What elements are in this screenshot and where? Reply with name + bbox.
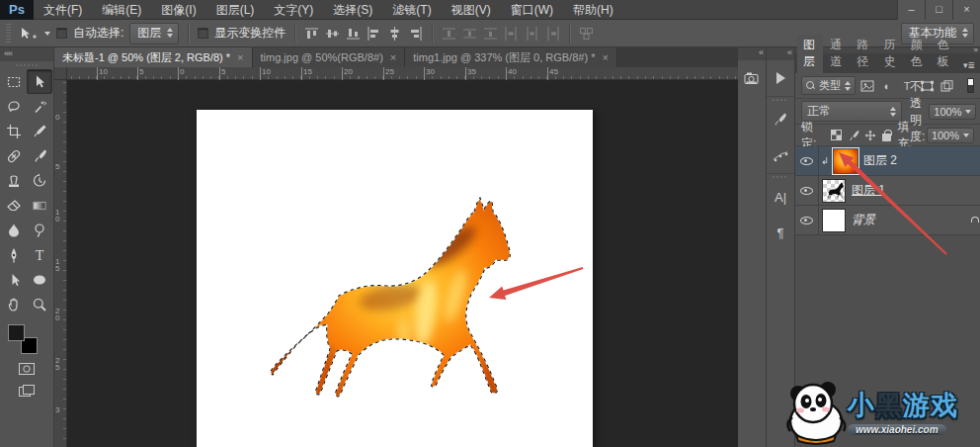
tab-layers[interactable]: 图层 [797,35,823,73]
layer1-thumbnail[interactable] [822,179,846,203]
menu-window[interactable]: 窗口(W) [501,0,563,20]
tool-ellipse-shape[interactable] [27,267,52,292]
menu-edit[interactable]: 编辑(E) [92,0,151,20]
strip-collapse-icon[interactable]: « [738,47,766,60]
tab-close-icon[interactable]: × [602,51,608,63]
distribute-right-icon[interactable] [545,27,560,41]
tool-zoom[interactable] [27,292,52,316]
tool-type[interactable]: T [27,242,52,267]
horizontal-ruler[interactable]: 10 5 0 5 10 15 20 25 30 35 40 45 [67,67,738,80]
screen-mode-icon[interactable] [18,384,36,398]
lock-transparent-pixels-icon[interactable] [830,129,843,141]
layer-row-layer1[interactable]: 图层 1 [795,176,980,206]
tool-spot-healing-brush[interactable] [1,143,27,168]
move-tool-icon[interactable] [17,26,39,42]
align-left-edges-icon[interactable] [367,27,381,41]
eye-icon[interactable] [800,187,813,195]
canvas-pasteboard[interactable]: 10 5 0 5 10 15 20 25 30 35 40 45 0 5 10 [54,67,738,447]
align-right-edges-icon[interactable] [408,27,423,41]
layer-name[interactable]: 图层 1 [852,182,885,199]
tool-blur[interactable] [1,218,27,242]
tool-hand[interactable] [1,292,27,316]
filter-adjustment-layers-icon[interactable]: ◐ [879,78,895,93]
menu-help[interactable]: 帮助(H) [563,0,623,20]
tool-eraser[interactable] [1,193,27,218]
auto-select-checkbox[interactable] [56,28,67,39]
fill-dropdown[interactable]: 100% [927,128,974,143]
tool-pen[interactable] [1,242,27,267]
layer2-thumbnail[interactable] [834,149,858,173]
tool-brush[interactable] [27,143,52,168]
tab-color[interactable]: 颜色 [905,35,931,73]
visibility-cell[interactable] [795,146,819,175]
paragraph-panel-icon[interactable]: ¶ [769,221,792,244]
menu-file[interactable]: 文件(F) [34,0,92,20]
tab-swatches[interactable]: 色板 [932,35,957,73]
filter-toggle-switch[interactable] [967,78,974,93]
menu-filter[interactable]: 滤镜(T) [382,0,441,20]
eye-icon[interactable] [800,157,813,165]
lock-image-pixels-icon[interactable] [847,129,859,141]
menu-layer[interactable]: 图层(L) [206,0,265,20]
distribute-top-icon[interactable] [442,27,456,41]
lock-all-icon[interactable] [880,129,893,141]
document-tab-timg1[interactable]: timg1.jpg @ 337% (图层 0, RGB/8#) * × [405,47,617,67]
distribute-vcenter-icon[interactable] [462,27,477,41]
strip-collapse-icon[interactable]: « [767,47,794,60]
tool-dodge[interactable] [27,218,52,242]
tool-magic-wand[interactable] [27,94,52,119]
distribute-left-icon[interactable] [504,27,519,41]
show-transform-checkbox[interactable] [198,28,208,39]
panel-menu-icon[interactable]: ▾≣ [958,60,980,73]
tool-history-brush[interactable] [27,168,52,193]
tab-channels[interactable]: 通道 [824,35,850,73]
actions-panel-icon[interactable] [769,66,792,90]
menu-type[interactable]: 文字(Y) [264,0,323,20]
visibility-cell[interactable] [795,206,819,234]
character-panel-icon[interactable]: A| [769,185,792,209]
tool-preset-caret[interactable] [44,32,50,36]
align-bottom-edges-icon[interactable] [346,27,361,41]
vertical-ruler[interactable]: 0 5 10 15 20 25 3 [54,80,67,447]
tool-lasso[interactable] [1,94,27,119]
layer-name[interactable]: 背景 [852,212,875,228]
background-thumbnail[interactable] [822,209,846,232]
lock-position-icon[interactable] [863,129,876,141]
menu-view[interactable]: 视图(V) [442,0,501,20]
quick-mask-icon[interactable] [18,362,36,376]
tool-eyedropper[interactable] [27,119,52,143]
opacity-dropdown[interactable]: 100% [929,104,976,120]
align-horizontal-centers-icon[interactable] [387,27,402,41]
layer-row-layer2[interactable]: ↳ 图层 2 [795,146,980,176]
tools-collapse-icon[interactable]: «« [0,47,53,61]
tool-path-selection[interactable] [1,267,27,292]
brush-presets-panel-icon[interactable] [769,143,792,167]
tab-close-icon[interactable]: × [390,51,396,63]
minimize-button[interactable]: – [897,0,925,20]
foreground-color-swatch[interactable] [8,324,25,341]
menu-select[interactable]: 选择(S) [323,0,382,20]
layer-row-background[interactable]: 背景 [795,206,980,235]
maximize-button[interactable]: □ [925,0,952,20]
align-top-edges-icon[interactable] [304,27,319,41]
document-tab-timg[interactable]: timg.jpg @ 50%(RGB/8#) × [253,47,406,67]
eye-icon[interactable] [800,217,813,224]
document-canvas[interactable] [197,110,593,447]
tab-close-icon[interactable]: × [237,51,243,63]
distribute-hcenter-icon[interactable] [525,27,539,41]
brush-panel-icon[interactable] [769,108,792,132]
align-vertical-centers-icon[interactable] [325,27,340,41]
auto-select-target-dropdown[interactable]: 图层 [129,23,179,45]
tool-clone-stamp[interactable] [1,168,27,193]
menu-image[interactable]: 图像(I) [151,0,205,20]
filter-pixel-layers-icon[interactable] [859,78,875,93]
history-panel-icon[interactable] [740,66,764,90]
filter-kind-dropdown[interactable]: 类型 [801,76,856,95]
auto-align-layers-icon[interactable] [579,27,594,41]
distribute-bottom-icon[interactable] [483,27,498,41]
visibility-cell[interactable] [795,176,819,205]
tool-rectangular-marquee[interactable] [1,69,27,94]
filter-smart-objects-icon[interactable] [939,78,954,93]
document-tab-untitled[interactable]: 未标题-1 @ 50% (图层 2, RGB/8) * × [54,47,253,67]
tab-history[interactable]: 历史 [877,35,903,73]
